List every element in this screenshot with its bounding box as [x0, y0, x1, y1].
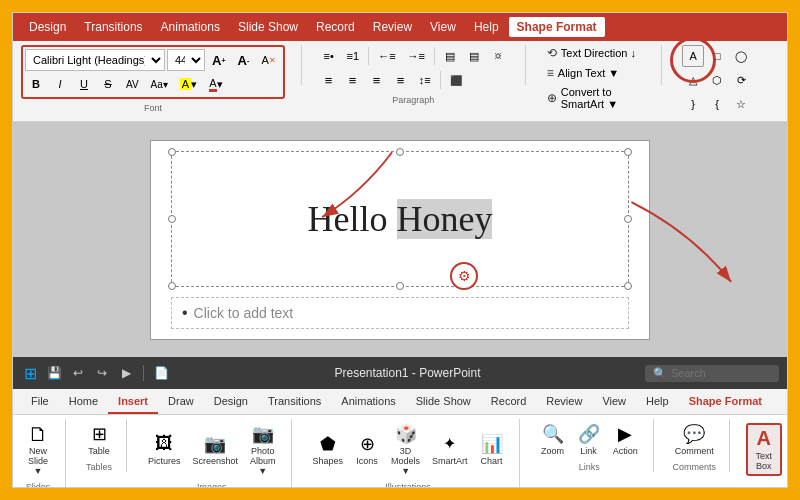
pictures-label: Pictures [148, 457, 181, 467]
table-btn[interactable]: ⊞ Table [82, 419, 116, 460]
shape-icon-5[interactable]: ⬡ [706, 69, 728, 91]
chart-btn[interactable]: 📊 Chart [475, 429, 509, 470]
font-color-btn[interactable]: A▾ [204, 73, 227, 95]
group-divider-1 [301, 45, 302, 85]
expand-para-btn[interactable]: ⬛ [445, 69, 467, 91]
slide-main-text: Hello Honey [308, 198, 493, 240]
font-size-select[interactable]: 44 [167, 49, 205, 71]
shape-icon-2[interactable]: □ [706, 45, 728, 67]
zoom-btn[interactable]: 🔍 Zoom [536, 419, 570, 460]
char-spacing-btn[interactable]: Aa▾ [146, 73, 173, 95]
col-right-btn[interactable]: ▤ [463, 45, 485, 67]
menu-record[interactable]: Record [308, 17, 363, 37]
tables-row: ⊞ Table [82, 419, 116, 460]
text-box-icon: A [752, 427, 776, 451]
bottom-tab-slideshow[interactable]: Slide Show [406, 389, 481, 414]
redo-icon[interactable]: ↪ [93, 364, 111, 382]
save-icon[interactable]: 💾 [45, 364, 63, 382]
text-box-btn[interactable]: A TextBox [746, 423, 782, 476]
icons-btn[interactable]: ⊕ Icons [350, 429, 384, 470]
photo-album-btn[interactable]: 📷 PhotoAlbum ▼ [245, 419, 281, 480]
font-name-select[interactable]: Calibri Light (Headings) [25, 49, 165, 71]
para-settings-btn[interactable]: ⛭ [487, 45, 509, 67]
numbered-list-btn[interactable]: ≡1 [342, 45, 365, 67]
header-footer-btn[interactable]: ≡ Header& Footer [784, 419, 787, 480]
highlight-color-btn[interactable]: A▾ [175, 73, 202, 95]
align-right-btn[interactable]: ≡ [366, 69, 388, 91]
convert-smartart-btn[interactable]: ⊕ Convert to SmartArt ▼ [544, 85, 646, 111]
bottom-tab-insert[interactable]: Insert [108, 389, 158, 414]
shape-icon-4[interactable]: △ [682, 69, 704, 91]
text-direction-btn[interactable]: ⟲ Text Direction ↓ [544, 45, 646, 61]
shape-icon-1[interactable]: A [682, 45, 704, 67]
strikethrough-btn[interactable]: S [97, 73, 119, 95]
handle-tm [396, 148, 404, 156]
shapes-group: A □ ◯ △ ⬡ ⟳ } { ☆ [678, 45, 779, 115]
italic-btn[interactable]: I [49, 73, 71, 95]
col-left-btn[interactable]: ▤ [439, 45, 461, 67]
slide-placeholder[interactable]: • Click to add text [171, 297, 629, 329]
shapes-btn[interactable]: ⬟ Shapes [308, 429, 349, 470]
bullet-list-btn[interactable]: ≡• [318, 45, 340, 67]
menu-help[interactable]: Help [466, 17, 507, 37]
bottom-tab-help[interactable]: Help [636, 389, 679, 414]
file-icon[interactable]: 📄 [152, 364, 170, 382]
3d-models-btn[interactable]: 🎲 3DModels ▼ [386, 419, 425, 480]
font-row-2: B I U S AV Aa▾ A▾ A▾ [25, 73, 281, 95]
menu-transitions[interactable]: Transitions [76, 17, 150, 37]
comments-group: 💬 Comment Comments [670, 419, 730, 472]
comment-btn[interactable]: 💬 Comment [670, 419, 719, 460]
pictures-btn[interactable]: 🖼 Pictures [143, 429, 186, 470]
clear-format-btn[interactable]: A✕ [256, 49, 280, 71]
justify-btn[interactable]: ≡ [390, 69, 412, 91]
bottom-tab-file[interactable]: File [21, 389, 59, 414]
bottom-tab-view[interactable]: View [592, 389, 636, 414]
decrease-font-btn[interactable]: A- [232, 49, 254, 71]
decrease-indent-btn[interactable]: ←≡ [373, 45, 400, 67]
bottom-tab-shape-format[interactable]: Shape Format [679, 389, 772, 414]
bold-btn[interactable]: B [25, 73, 47, 95]
new-slide-btn[interactable]: 🗋 NewSlide ▼ [21, 419, 55, 480]
gear-circle-annotation: ⚙ [450, 262, 478, 290]
taskbar-search[interactable]: 🔍 [645, 365, 779, 382]
menu-animations[interactable]: Animations [153, 17, 228, 37]
undo-icon[interactable]: ↩ [69, 364, 87, 382]
bottom-tab-transitions[interactable]: Transitions [258, 389, 331, 414]
menu-view[interactable]: View [422, 17, 464, 37]
bottom-tab-home[interactable]: Home [59, 389, 108, 414]
align-text-btn[interactable]: ≡ Align Text ▼ [544, 65, 646, 81]
menu-slideshow[interactable]: Slide Show [230, 17, 306, 37]
bottom-tab-review[interactable]: Review [536, 389, 592, 414]
top-ribbon: Design Transitions Animations Slide Show… [13, 13, 787, 122]
shape-icon-3[interactable]: ◯ [730, 45, 752, 67]
search-input[interactable] [671, 367, 771, 379]
increase-font-btn[interactable]: A+ [207, 49, 230, 71]
line-spacing-btn[interactable]: ↕≡ [414, 69, 436, 91]
shape-icon-8[interactable]: { [706, 93, 728, 115]
menu-review[interactable]: Review [365, 17, 420, 37]
bottom-tab-animations[interactable]: Animations [331, 389, 405, 414]
underline-btn[interactable]: U [73, 73, 95, 95]
shape-icon-6[interactable]: ⟳ [730, 69, 752, 91]
bottom-tab-record[interactable]: Record [481, 389, 536, 414]
menu-shape-format[interactable]: Shape Format [509, 17, 605, 37]
icons-label: Icons [356, 457, 378, 467]
menu-design[interactable]: Design [21, 17, 74, 37]
bottom-tab-design[interactable]: Design [204, 389, 258, 414]
main-text-box[interactable]: Hello Honey [171, 151, 629, 287]
link-btn[interactable]: 🔗 Link [572, 419, 606, 460]
shape-icon-9[interactable]: ☆ [730, 93, 752, 115]
smartart-btn[interactable]: ✦ SmartArt [427, 429, 473, 470]
windows-icon[interactable]: ⊞ [21, 364, 39, 382]
slide-text-selected: Honey [397, 199, 493, 239]
text-shadow-btn[interactable]: AV [121, 73, 144, 95]
font-group-border: Calibri Light (Headings) 44 A+ A- A✕ B I… [21, 45, 285, 99]
present-icon[interactable]: ▶ [117, 364, 135, 382]
align-left-btn[interactable]: ≡ [318, 69, 340, 91]
align-center-btn[interactable]: ≡ [342, 69, 364, 91]
shape-icon-7[interactable]: } [682, 93, 704, 115]
action-btn[interactable]: ▶ Action [608, 419, 643, 460]
screenshot-btn[interactable]: 📷 Screenshot [188, 429, 244, 470]
increase-indent-btn[interactable]: →≡ [403, 45, 430, 67]
bottom-tab-draw[interactable]: Draw [158, 389, 204, 414]
